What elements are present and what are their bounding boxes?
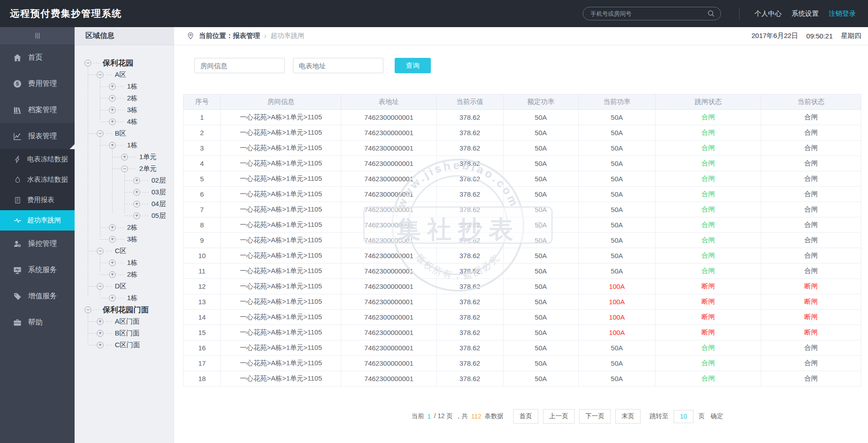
tree-label[interactable]: 1栋: [127, 259, 137, 267]
tree-expand-icon[interactable]: +: [133, 201, 140, 207]
tree-node[interactable]: −A区: [97, 69, 174, 80]
tree-label[interactable]: 03层: [151, 188, 166, 197]
tree-node[interactable]: +A区门面: [97, 316, 174, 327]
tree-collapse-icon[interactable]: −: [85, 306, 91, 313]
tree-expand-icon[interactable]: +: [109, 107, 116, 113]
tree-label[interactable]: 02层: [151, 176, 166, 185]
tree-node[interactable]: +2栋: [109, 92, 174, 104]
tree-node[interactable]: −保利花园: [85, 57, 174, 69]
tree-node[interactable]: +3栋: [109, 104, 174, 116]
table-row[interactable]: 18一心花苑>A栋>1单元>11057462300000001378.6250A…: [184, 371, 861, 386]
tree-label[interactable]: 1栋: [127, 82, 137, 91]
tree-label[interactable]: B区门面: [115, 329, 140, 338]
query-button[interactable]: 查询: [395, 58, 431, 73]
tree-label[interactable]: 2栋: [127, 223, 137, 232]
table-row[interactable]: 7一心花苑>A栋>1单元>11057462300000001378.6250A5…: [184, 202, 861, 217]
jump-page-input[interactable]: [674, 410, 693, 423]
tree-expand-icon[interactable]: +: [109, 271, 116, 278]
table-row[interactable]: 12一心花苑>A栋>1单元>11057462300000001378.6250A…: [184, 279, 861, 294]
tree-node[interactable]: −2单元: [121, 163, 174, 174]
table-row[interactable]: 2一心花苑>A栋>1单元>11057462300000001378.6250A5…: [184, 125, 861, 141]
tree-label[interactable]: 1栋: [127, 141, 137, 150]
tree-label[interactable]: 2栋: [127, 270, 137, 279]
tree-node[interactable]: −B区: [97, 127, 174, 139]
tree-collapse-icon[interactable]: −: [97, 71, 104, 78]
tree-label[interactable]: 3栋: [127, 106, 137, 114]
link-user-center[interactable]: 个人中心: [755, 9, 782, 18]
sidebar-collapse-button[interactable]: [0, 27, 75, 44]
table-row[interactable]: 10一心花苑>A栋>1单元>11057462300000001378.6250A…: [184, 248, 861, 264]
tree-node[interactable]: +1栋: [109, 139, 174, 151]
sidebar-subitem-over-power-trip[interactable]: 超功率跳闸: [0, 210, 75, 231]
tree-expand-icon[interactable]: +: [109, 259, 116, 266]
table-row[interactable]: 6一心花苑>A栋>1单元>11057462300000001378.6250A5…: [184, 187, 861, 202]
tree-expand-icon[interactable]: +: [109, 236, 116, 243]
tree-label[interactable]: A区门面: [115, 317, 140, 326]
table-row[interactable]: 16一心花苑>A栋>1单元>11057462300000001378.6250A…: [184, 340, 861, 356]
tree-expand-icon[interactable]: +: [109, 224, 116, 231]
breadcrumb-location[interactable]: 当前位置：报表管理: [199, 32, 260, 40]
last-page-button[interactable]: 末页: [615, 409, 641, 424]
global-search-input[interactable]: [583, 7, 721, 20]
jump-confirm-button[interactable]: 确定: [711, 412, 723, 420]
tree-expand-icon[interactable]: +: [109, 295, 116, 302]
tree-label[interactable]: C区: [115, 247, 127, 255]
tree-label[interactable]: 保利花园门面: [103, 305, 149, 315]
table-row[interactable]: 5一心花苑>A栋>1单元>11057462300000001378.6250A5…: [184, 171, 861, 187]
tree-label[interactable]: 3栋: [127, 235, 137, 244]
tree-label[interactable]: 1单元: [139, 153, 156, 161]
table-row[interactable]: 8一心花苑>A栋>1单元>11057462300000001378.6250A5…: [184, 217, 861, 233]
tree-expand-icon[interactable]: +: [133, 189, 140, 196]
tree-label[interactable]: 2栋: [127, 94, 137, 103]
sidebar-item-fee-management[interactable]: $ 费用管理: [0, 71, 75, 97]
tree-expand-icon[interactable]: +: [133, 177, 140, 184]
tree-node[interactable]: +05层: [133, 210, 174, 222]
sidebar-subitem-fee-report[interactable]: 费用报表: [0, 190, 75, 210]
tree-label[interactable]: C区门面: [115, 341, 140, 349]
tree-node[interactable]: +1栋: [109, 257, 174, 269]
tree-node[interactable]: +1栋: [109, 292, 174, 304]
sidebar-subitem-electric-freeze-data[interactable]: 电表冻结数据: [0, 149, 75, 170]
tree-node[interactable]: +04层: [133, 198, 174, 210]
tree-expand-icon[interactable]: +: [97, 318, 104, 325]
table-row[interactable]: 15一心花苑>A栋>1单元>11057462300000001378.6250A…: [184, 325, 861, 340]
tree-expand-icon[interactable]: +: [121, 154, 128, 160]
tree-node[interactable]: +C区门面: [97, 339, 174, 351]
table-row[interactable]: 14一心花苑>A栋>1单元>11057462300000001378.6250A…: [184, 310, 861, 325]
tree-node[interactable]: −D区: [97, 280, 174, 292]
table-row[interactable]: 3一心花苑>A栋>1单元>11057462300000001378.6250A5…: [184, 141, 861, 156]
tree-expand-icon[interactable]: +: [109, 83, 116, 90]
sidebar-item-home[interactable]: 首页: [0, 44, 75, 71]
tree-collapse-icon[interactable]: −: [97, 283, 104, 290]
sidebar-item-control-management[interactable]: 操控管理: [0, 231, 75, 257]
table-row[interactable]: 17一心花苑>A栋>1单元>11057462300000001378.6250A…: [184, 356, 861, 371]
search-icon[interactable]: [707, 9, 716, 18]
next-page-button[interactable]: 下一页: [579, 409, 611, 424]
tree-expand-icon[interactable]: +: [97, 342, 104, 349]
table-row[interactable]: 11一心花苑>A栋>1单元>11057462300000001378.6250A…: [184, 264, 861, 279]
sidebar-item-archive-management[interactable]: 档案管理: [0, 97, 75, 123]
tree-label[interactable]: A区: [115, 71, 126, 79]
sidebar-item-help[interactable]: 帮助: [0, 309, 75, 335]
tree-collapse-icon[interactable]: −: [97, 130, 104, 137]
tree-node[interactable]: +1单元: [121, 151, 174, 163]
tree-expand-icon[interactable]: +: [97, 330, 104, 337]
meter-address-input[interactable]: [293, 58, 383, 73]
tree-node[interactable]: +2栋: [109, 269, 174, 280]
sidebar-item-system-service[interactable]: 系统服务: [0, 257, 75, 283]
tree-expand-icon[interactable]: +: [109, 95, 116, 102]
tree-label[interactable]: D区: [115, 282, 127, 291]
tree-node[interactable]: +2栋: [109, 222, 174, 233]
first-page-button[interactable]: 首页: [513, 409, 538, 424]
table-row[interactable]: 4一心花苑>A栋>1单元>11057462300000001378.6250A5…: [184, 156, 861, 171]
tree-node[interactable]: +03层: [133, 186, 174, 198]
tree-collapse-icon[interactable]: −: [85, 60, 91, 66]
tree-collapse-icon[interactable]: −: [97, 248, 104, 254]
tree-label[interactable]: 保利花园: [103, 58, 133, 68]
tree-expand-icon[interactable]: +: [109, 118, 116, 125]
tree-expand-icon[interactable]: +: [133, 212, 140, 219]
tree-label[interactable]: 2单元: [139, 165, 156, 173]
prev-page-button[interactable]: 上一页: [543, 409, 575, 424]
tree-node[interactable]: +02层: [133, 174, 174, 186]
tree-node[interactable]: +1栋: [109, 80, 174, 92]
